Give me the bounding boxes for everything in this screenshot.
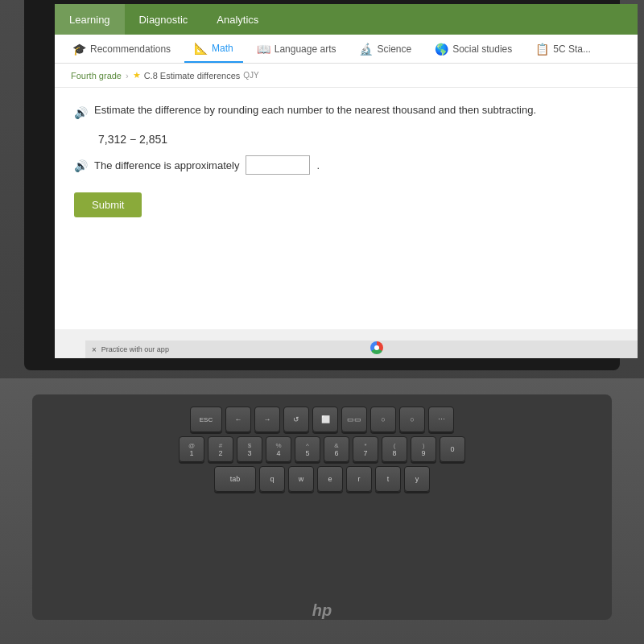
star-icon: ★: [133, 70, 141, 80]
subnav-science[interactable]: 🔬 Science: [349, 35, 421, 63]
taskbar-close[interactable]: ×: [92, 345, 97, 354]
screen: Learning Diagnostic Analytics 🎓 Recommen…: [55, 4, 638, 358]
audio-icon-answer[interactable]: 🔊: [74, 159, 88, 172]
answer-line: 🔊 The difference is approximately .: [74, 155, 618, 175]
breadcrumb-separator: ›: [126, 71, 129, 80]
answer-period: .: [316, 159, 320, 171]
instruction-text: 🔊 Estimate the difference by rounding ea…: [74, 102, 618, 122]
subnav-math[interactable]: 📐 Math: [184, 35, 243, 63]
taskbar: × Practice with our app: [85, 341, 638, 358]
key-q[interactable]: q: [259, 466, 285, 492]
key-refresh[interactable]: ↺: [283, 407, 309, 432]
key-y[interactable]: y: [404, 466, 430, 492]
key-w[interactable]: w: [288, 466, 314, 492]
laptop-shell: Learning Diagnostic Analytics 🎓 Recommen…: [0, 0, 644, 644]
keyboard-deck: ESC ← → ↺ ⬜ ▭▭ ○ ○ ⋯ @1 #2 $3 %4 ^5 &6 *…: [32, 394, 612, 620]
math-icon: 📐: [194, 42, 208, 55]
key-t[interactable]: t: [375, 466, 401, 492]
key-mute[interactable]: ⋯: [428, 407, 454, 432]
nav-learning[interactable]: Learning: [55, 4, 125, 35]
key-windows[interactable]: ▭▭: [341, 407, 367, 432]
key-brightness-down[interactable]: ○: [370, 407, 396, 432]
key-tab[interactable]: tab: [214, 466, 256, 492]
breadcrumb-parent[interactable]: Fourth grade: [71, 71, 122, 80]
key-1[interactable]: @1: [179, 436, 204, 462]
subnav-recommendations[interactable]: 🎓 Recommendations: [63, 35, 180, 63]
key-6[interactable]: &6: [324, 436, 349, 462]
social-studies-icon: 🌎: [435, 43, 448, 56]
subnav-language-arts[interactable]: 📖 Language arts: [247, 35, 346, 63]
key-7[interactable]: *7: [353, 436, 378, 462]
math-expression: 7,312 − 2,851: [98, 133, 618, 146]
taskbar-chrome-icon[interactable]: [370, 341, 383, 357]
key-r[interactable]: r: [346, 466, 372, 492]
nav-analytics[interactable]: Analytics: [202, 4, 273, 35]
top-nav: Learning Diagnostic Analytics: [55, 4, 638, 35]
key-9[interactable]: )9: [411, 436, 436, 462]
key-2[interactable]: #2: [208, 436, 233, 462]
nav-diagnostic[interactable]: Diagnostic: [125, 4, 203, 35]
key-brightness-up[interactable]: ○: [399, 407, 425, 432]
key-fullscreen[interactable]: ⬜: [312, 407, 338, 432]
keyboard-row-qwerty: tab q w e r t y: [44, 466, 600, 492]
screen-bezel: Learning Diagnostic Analytics 🎓 Recommen…: [24, 0, 620, 370]
subnav-sc-sta[interactable]: 📋 5C Sta...: [526, 35, 601, 63]
answer-label: The difference is approximately: [94, 159, 239, 171]
key-esc[interactable]: ESC: [190, 407, 222, 432]
question-block: 🔊 Estimate the difference by rounding ea…: [74, 102, 618, 217]
audio-icon-instruction[interactable]: 🔊: [74, 104, 88, 122]
subnav-social-studies[interactable]: 🌎 Social studies: [425, 35, 522, 63]
key-back[interactable]: ←: [225, 407, 251, 432]
taskbar-practice-text: Practice with our app: [101, 345, 169, 353]
hp-logo: hp: [312, 601, 332, 620]
breadcrumb: Fourth grade › ★ C.8 Estimate difference…: [55, 64, 638, 88]
language-arts-icon: 📖: [257, 43, 270, 56]
keyboard-row-numbers: @1 #2 $3 %4 ^5 &6 *7 (8 )9 0: [44, 436, 600, 462]
sub-nav: 🎓 Recommendations 📐 Math 📖 Language arts…: [55, 35, 638, 64]
key-5[interactable]: ^5: [295, 436, 320, 462]
key-4[interactable]: %4: [266, 436, 291, 462]
sc-sta-icon: 📋: [535, 43, 549, 56]
recommendations-icon: 🎓: [72, 43, 86, 56]
submit-button[interactable]: Submit: [74, 192, 142, 217]
key-e[interactable]: e: [317, 466, 343, 492]
answer-input[interactable]: [246, 155, 310, 175]
main-content: 🔊 Estimate the difference by rounding ea…: [55, 88, 638, 329]
breadcrumb-current: ★ C.8 Estimate differences QJY: [133, 70, 259, 80]
key-0[interactable]: 0: [440, 436, 465, 462]
keyboard-row-function: ESC ← → ↺ ⬜ ▭▭ ○ ○ ⋯: [44, 407, 600, 432]
key-3[interactable]: $3: [237, 436, 262, 462]
science-icon: 🔬: [359, 43, 373, 56]
key-8[interactable]: (8: [382, 436, 407, 462]
key-forward[interactable]: →: [254, 407, 280, 432]
